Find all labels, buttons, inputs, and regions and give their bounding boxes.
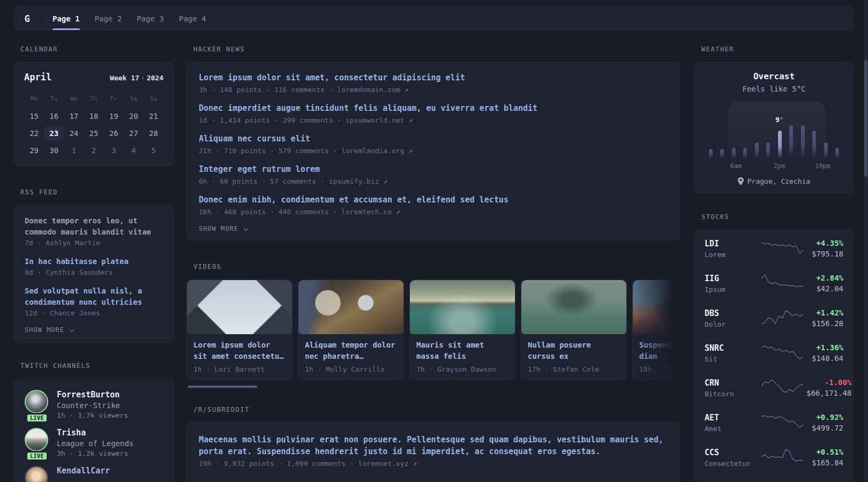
video-card[interactable]: Lorem ipsum dolor sit amet consectetu…1h… — [186, 280, 293, 380]
stock-symbol: LDI — [705, 239, 758, 248]
video-card[interactable]: Mauris sit amet massa felis7h · Grayson … — [409, 280, 515, 380]
rss-show-more-button[interactable]: SHOW MORE — [25, 326, 163, 334]
stock-info: LDILorem — [705, 239, 758, 259]
video-thumbnail[interactable] — [521, 280, 626, 334]
video-title[interactable]: Mauris sit amet massa felis — [416, 340, 508, 362]
rss-item-title[interactable]: Sed volutpat nulla nisl, a condimentum n… — [25, 285, 163, 308]
weather-current-temp: 9° — [775, 116, 784, 124]
rss-item: Donec tempor eros leo, ut commodo mauris… — [25, 215, 163, 247]
video-thumbnail[interactable] — [633, 280, 680, 334]
video-title[interactable]: Lorem ipsum dolor sit amet consectetu… — [193, 340, 286, 362]
twitch-channel-name[interactable]: ForrestBurton — [57, 390, 128, 400]
avatar[interactable] — [25, 428, 48, 451]
video-thumbnail[interactable] — [410, 280, 515, 334]
external-link-icon[interactable]: ↗ — [405, 86, 409, 94]
tab-page-1[interactable]: Page 1 — [53, 7, 80, 30]
stock-row[interactable]: CRNBitcorn-1.00%$66,171.48 — [704, 370, 844, 405]
avatar[interactable] — [25, 466, 48, 482]
weather-bar — [835, 148, 839, 159]
calendar-widget: April Week 17·2024 MoTuWeThFrSaSu1516171… — [13, 62, 174, 166]
hackernews-item-title[interactable]: Lorem ipsum dolor sit amet, consectetur … — [199, 72, 668, 84]
stock-row[interactable]: LDILorem+4.35%$795.18 — [704, 231, 844, 266]
tab-page-3[interactable]: Page 3 — [137, 7, 164, 30]
middle-column: HACKER NEWS Lorem ipsum dolor sit amet, … — [186, 46, 680, 482]
external-link-icon[interactable]: ↗ — [408, 147, 413, 155]
stock-row[interactable]: IIGIpsum+2.84%$42.04 — [704, 266, 844, 300]
twitch-avatar-wrap: LIVE — [25, 390, 49, 419]
hackernews-item-meta: 21h · 710 points · 579 comments · loreml… — [199, 147, 668, 155]
calendar-day: 20 — [124, 109, 144, 124]
twitch-channel-meta: 1h · 1.7k viewers — [57, 411, 128, 419]
stock-price: $66,171.48 — [806, 389, 851, 397]
video-thumbnail[interactable] — [298, 280, 403, 334]
stock-row[interactable]: CCSConsectetur+0.51%$165.84 — [704, 440, 844, 475]
stock-info: IIGIpsum — [705, 274, 758, 293]
subreddit-post: Maecenas mollis pulvinar erat non posuer… — [199, 434, 668, 468]
video-card[interactable]: Aliquam tempor dolor nec pharetra…1h · M… — [298, 280, 404, 380]
rss-item-title[interactable]: Donec tempor eros leo, ut commodo mauris… — [25, 215, 163, 238]
external-link-icon[interactable]: ↗ — [383, 177, 387, 185]
hackernews-item-title[interactable]: Integer eget rutrum lorem — [199, 164, 668, 175]
stock-change: -1.00% — [806, 378, 851, 387]
weather-bar — [789, 125, 793, 159]
video-thumbnail[interactable] — [187, 280, 292, 334]
twitch-channel-row[interactable]: LIVEForrestBurtonCounter-Strike1h · 1.7k… — [25, 390, 163, 419]
external-link-icon[interactable]: ↗ — [408, 116, 413, 124]
external-link-icon[interactable]: ↗ — [413, 460, 417, 468]
calendar-header: April Week 17·2024 — [24, 72, 163, 82]
stock-change: +1.42% — [806, 308, 843, 317]
right-column: WEATHER Overcast Feels like 5°C 9° 6am2p… — [694, 46, 854, 482]
stock-change: +1.36% — [806, 343, 843, 352]
stock-row[interactable]: AHS+0.46% — [704, 475, 844, 482]
stock-row[interactable]: DBSDolor+1.42%$156.28 — [704, 300, 844, 335]
dashboard: G Page 1Page 2Page 3Page 4 CALENDAR Apri… — [0, 0, 868, 482]
hackernews-item-meta: 16h · 468 points · 440 comments · loremt… — [199, 208, 668, 216]
video-title[interactable]: Nullam posuere cursus ex — [528, 340, 620, 362]
video-card[interactable]: Suspendisse diam18h · Tara — [632, 280, 680, 380]
hackernews-item-title[interactable]: Donec enim nibh, condimentum et accumsan… — [199, 194, 668, 206]
rss-item-meta: 8d · Cynthia Saunders — [25, 268, 163, 276]
calendar-section-label: CALENDAR — [13, 46, 174, 53]
calendar-year: 2024 — [147, 74, 163, 82]
calendar-weekday: Fr — [104, 93, 124, 107]
scrollbar-thumb[interactable] — [864, 60, 867, 177]
stock-name: Lorem — [705, 251, 758, 259]
stock-sparkline — [761, 308, 803, 328]
carousel-scroll-indicator[interactable] — [188, 386, 257, 388]
weather-condition: Overcast — [701, 71, 847, 81]
subreddit-post-title[interactable]: Maecenas mollis pulvinar erat non posuer… — [199, 434, 668, 457]
weather-bar — [801, 125, 805, 159]
twitch-channel-name[interactable]: KendallCarr — [57, 466, 110, 476]
tab-page-4[interactable]: Page 4 — [179, 7, 206, 30]
calendar-day: 2 — [84, 143, 103, 158]
twitch-channel-name[interactable]: Trisha — [57, 428, 133, 438]
videos-carousel-wrap: Lorem ipsum dolor sit amet consectetu…1h… — [186, 280, 680, 380]
rss-item-title[interactable]: In hac habitasse platea — [25, 256, 163, 267]
video-title[interactable]: Aliquam tempor dolor nec pharetra… — [305, 340, 397, 362]
app-logo[interactable]: G — [15, 7, 40, 30]
stock-row[interactable]: SNRCSit+1.36%$148.64 — [704, 335, 844, 370]
tab-page-2[interactable]: Page 2 — [95, 7, 122, 30]
stock-sparkline — [761, 378, 803, 398]
hackernews-item-title[interactable]: Aliquam nec cursus elit — [199, 133, 668, 145]
subreddit-post-meta: 19h · 9,932 points · 1,090 comments · lo… — [199, 460, 668, 468]
hackernews-item-title[interactable]: Donec imperdiet augue tincidunt felis al… — [199, 103, 668, 114]
weather-bar — [720, 149, 724, 159]
stock-row[interactable]: AETAmet+0.92%$499.72 — [704, 405, 844, 440]
external-link-icon[interactable]: ↗ — [396, 208, 400, 216]
video-meta: 1h · Molly Carrillo — [305, 365, 397, 373]
stock-values: +1.36%$148.64 — [806, 343, 843, 363]
avatar[interactable] — [25, 390, 48, 413]
calendar-day: 15 — [24, 109, 44, 124]
weather-bar — [743, 148, 747, 159]
location-pin-icon — [738, 177, 744, 185]
video-card[interactable]: Nullam posuere cursus ex17h · Stefan Col… — [521, 280, 627, 380]
weather-feels-like: Feels like 5°C — [701, 85, 847, 93]
twitch-channel-row[interactable]: KendallCarr — [25, 466, 163, 482]
hackernews-show-more-button[interactable]: SHOW MORE — [199, 225, 668, 232]
calendar-day: 5 — [144, 143, 163, 158]
weather-bar — [732, 148, 736, 159]
calendar-weekday: Mo — [24, 93, 44, 107]
video-title[interactable]: Suspendisse diam — [639, 340, 680, 362]
twitch-channel-row[interactable]: LIVETrishaLeague of Legends3h · 1.2k vie… — [25, 428, 163, 457]
